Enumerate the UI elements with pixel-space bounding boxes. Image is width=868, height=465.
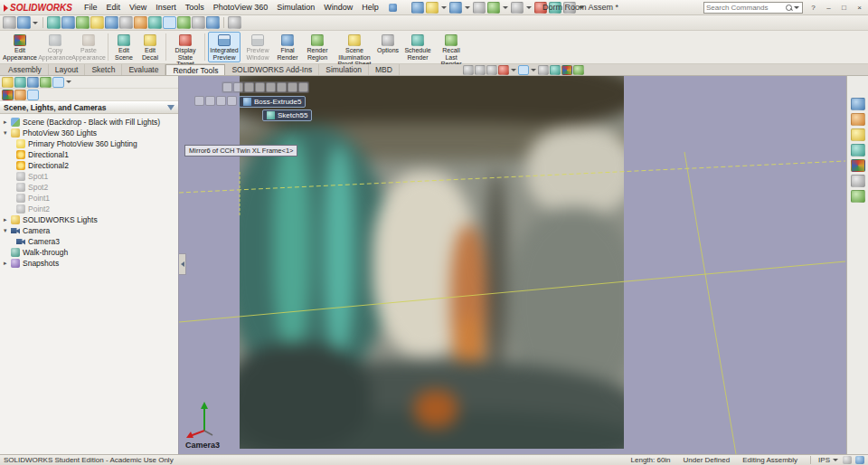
move-component-icon[interactable]: [105, 16, 118, 29]
menu-tools[interactable]: Tools: [181, 2, 209, 13]
menu-simulation[interactable]: Simulation: [272, 2, 319, 13]
tree-item-camera-folder[interactable]: ▾ Camera: [0, 225, 178, 236]
save-dropdown-icon[interactable]: [465, 6, 470, 9]
view-palette-icon[interactable]: [851, 144, 865, 157]
search-dropdown-icon[interactable]: [794, 6, 799, 9]
edit-appearance-hud-icon[interactable]: [561, 65, 572, 75]
tab-overflow-icon[interactable]: [66, 81, 71, 83]
tree-item-snapshots[interactable]: ▸ Snapshots: [0, 258, 178, 269]
update-icon[interactable]: [228, 16, 241, 29]
display-style-hud-icon[interactable]: [538, 65, 549, 75]
tree-item-spot1[interactable]: Spot1: [0, 171, 178, 182]
tab-solidworks-addins[interactable]: SOLIDWORKS Add-Ins: [225, 64, 319, 75]
zoom-fit-float-icon[interactable]: [222, 82, 232, 92]
tab-evaluate[interactable]: Evaluate: [122, 64, 165, 75]
pin-menu-icon[interactable]: [389, 4, 397, 12]
menu-help[interactable]: Help: [357, 2, 383, 13]
mate-icon[interactable]: [61, 16, 75, 29]
suppress-icon[interactable]: [205, 96, 215, 106]
section-view-float-icon[interactable]: [255, 82, 265, 92]
view-scene-lights-cameras-icon[interactable]: [27, 90, 39, 100]
recall-last-render-button[interactable]: Recall Last Render: [435, 32, 467, 62]
undo-icon[interactable]: [487, 2, 500, 14]
reference-geometry-icon[interactable]: [148, 16, 162, 29]
select-icon[interactable]: [511, 2, 524, 14]
menu-file[interactable]: File: [80, 2, 102, 13]
restore-button[interactable]: □: [837, 2, 851, 13]
edit-appearance-button[interactable]: Edit Appearance: [2, 32, 38, 62]
final-render-button[interactable]: Final Render: [275, 32, 300, 62]
search-input[interactable]: [706, 4, 786, 12]
save-icon[interactable]: [449, 2, 462, 14]
previous-view-float-icon[interactable]: [244, 82, 254, 92]
tree-item-directional1[interactable]: Directional1: [0, 149, 178, 160]
view-appearances-icon[interactable]: [2, 90, 14, 100]
instant3d-icon[interactable]: [163, 16, 176, 29]
tree-item-photoview-lights[interactable]: ▾ PhotoView 360 Lights: [0, 128, 178, 138]
tab-simulation[interactable]: Simulation: [319, 64, 369, 75]
exploded-view-icon[interactable]: [206, 16, 220, 29]
configuration-manager-tab-icon[interactable]: [27, 77, 39, 88]
zoom-area-float-icon[interactable]: [233, 82, 243, 92]
open-file-icon[interactable]: [426, 2, 439, 14]
paste-appearance-button[interactable]: Paste Appearance: [72, 32, 105, 62]
isolate-icon[interactable]: [227, 96, 237, 106]
appearances-scenes-icon[interactable]: [851, 159, 865, 172]
hide-show-float-icon[interactable]: [288, 82, 297, 92]
undo-dropdown-icon[interactable]: [503, 6, 508, 9]
scene-illumination-proof-sheet-button[interactable]: Scene Illumination Proof Sheet: [335, 32, 374, 62]
filter-icon[interactable]: [167, 105, 175, 110]
view-orientation-icon[interactable]: [518, 65, 529, 75]
tab-assembly[interactable]: Assembly: [2, 64, 49, 75]
tab-layout[interactable]: Layout: [49, 64, 86, 75]
view-settings-float-icon[interactable]: [298, 82, 308, 92]
view-settings-icon[interactable]: [3, 16, 16, 29]
render-region-button[interactable]: Render Region: [301, 32, 334, 62]
preview-window-button[interactable]: Preview Window: [241, 32, 274, 62]
display-style-dropdown-icon[interactable]: [33, 22, 38, 24]
view-decals-icon[interactable]: [14, 90, 26, 100]
display-manager-tab-icon[interactable]: [52, 77, 64, 88]
expand-arrow-icon[interactable]: ▾: [4, 128, 11, 138]
solidworks-resources-icon[interactable]: [851, 98, 865, 110]
dimxpert-manager-tab-icon[interactable]: [40, 77, 52, 88]
select-dropdown-icon[interactable]: [526, 6, 532, 9]
section-dropdown-icon[interactable]: [511, 69, 516, 71]
tab-mbd[interactable]: MBD: [369, 64, 400, 75]
schedule-render-button[interactable]: Schedule Render: [401, 32, 434, 62]
minimize-button[interactable]: –: [822, 2, 835, 13]
property-manager-tab-icon[interactable]: [14, 77, 26, 88]
zoom-to-fit-icon[interactable]: [463, 65, 474, 75]
edit-decal-button[interactable]: Edit Decal: [137, 32, 163, 62]
apply-scene-icon[interactable]: [573, 65, 584, 75]
tags-icon[interactable]: [843, 456, 852, 464]
unit-system-selector[interactable]: IPS: [810, 456, 839, 464]
orientation-dropdown-icon[interactable]: [531, 69, 536, 71]
tab-sketch[interactable]: Sketch: [85, 64, 122, 75]
edit-feature-icon[interactable]: [194, 96, 204, 106]
tree-item-solidworks-lights[interactable]: ▸ SOLIDWORKS Lights: [0, 214, 178, 225]
display-style-float-icon[interactable]: [277, 82, 287, 92]
tree-item-spot2[interactable]: Spot2: [0, 182, 178, 193]
design-library-icon[interactable]: [851, 113, 865, 126]
file-explorer-icon[interactable]: [851, 128, 865, 141]
menu-view[interactable]: View: [125, 2, 151, 13]
feature-manager-tab-icon[interactable]: [2, 77, 14, 88]
expand-arrow-icon[interactable]: ▸: [4, 117, 11, 128]
tree-item-directional2[interactable]: Directional2: [0, 160, 178, 171]
display-style-icon[interactable]: [17, 16, 31, 29]
menu-insert[interactable]: Insert: [151, 2, 181, 13]
selected-feature-breadcrumb[interactable]: Boss-Extrude5: [239, 96, 306, 108]
integrated-preview-button[interactable]: Integrated Preview: [208, 32, 241, 62]
expand-arrow-icon[interactable]: ▸: [4, 258, 11, 269]
home-icon[interactable]: [411, 2, 424, 14]
tree-item-scene[interactable]: ▸ Scene (Backdrop - Black with Fill Ligh…: [0, 117, 178, 128]
bill-of-materials-icon[interactable]: [192, 16, 205, 29]
selected-sketch-breadcrumb[interactable]: Sketch55: [262, 109, 312, 121]
expand-arrow-icon[interactable]: ▾: [4, 225, 11, 236]
tree-item-walkthrough[interactable]: Walk-through: [0, 247, 178, 258]
previous-view-icon[interactable]: [486, 65, 497, 75]
quick-tips-icon[interactable]: [855, 456, 864, 464]
graphics-area[interactable]: Boss-Extrude5 Sketch55 Mirror6 of CCH Tw…: [179, 76, 846, 454]
panel-collapse-handle[interactable]: [179, 253, 186, 275]
